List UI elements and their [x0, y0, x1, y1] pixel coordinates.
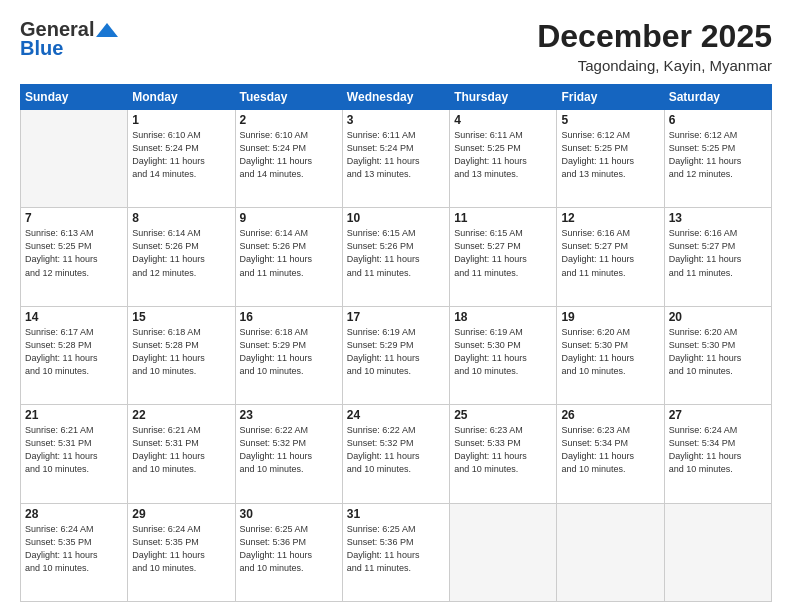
day-number: 4 — [454, 113, 552, 127]
cell-info: Sunrise: 6:25 AM Sunset: 5:36 PM Dayligh… — [347, 523, 445, 575]
day-number: 17 — [347, 310, 445, 324]
cell-info: Sunrise: 6:11 AM Sunset: 5:25 PM Dayligh… — [454, 129, 552, 181]
calendar-cell: 8Sunrise: 6:14 AM Sunset: 5:26 PM Daylig… — [128, 208, 235, 306]
calendar-week-4: 28Sunrise: 6:24 AM Sunset: 5:35 PM Dayli… — [21, 503, 772, 601]
day-number: 8 — [132, 211, 230, 225]
calendar-table: Sunday Monday Tuesday Wednesday Thursday… — [20, 84, 772, 602]
day-number: 11 — [454, 211, 552, 225]
cell-info: Sunrise: 6:24 AM Sunset: 5:35 PM Dayligh… — [132, 523, 230, 575]
calendar-cell: 14Sunrise: 6:17 AM Sunset: 5:28 PM Dayli… — [21, 306, 128, 404]
cell-info: Sunrise: 6:12 AM Sunset: 5:25 PM Dayligh… — [561, 129, 659, 181]
day-number: 20 — [669, 310, 767, 324]
cell-info: Sunrise: 6:15 AM Sunset: 5:27 PM Dayligh… — [454, 227, 552, 279]
month-year: December 2025 — [537, 18, 772, 55]
col-monday: Monday — [128, 85, 235, 110]
day-number: 12 — [561, 211, 659, 225]
calendar-cell: 15Sunrise: 6:18 AM Sunset: 5:28 PM Dayli… — [128, 306, 235, 404]
col-sunday: Sunday — [21, 85, 128, 110]
calendar-cell — [21, 110, 128, 208]
cell-info: Sunrise: 6:13 AM Sunset: 5:25 PM Dayligh… — [25, 227, 123, 279]
logo-icon — [96, 23, 118, 37]
calendar-cell: 11Sunrise: 6:15 AM Sunset: 5:27 PM Dayli… — [450, 208, 557, 306]
location: Tagondaing, Kayin, Myanmar — [537, 57, 772, 74]
day-number: 24 — [347, 408, 445, 422]
cell-info: Sunrise: 6:11 AM Sunset: 5:24 PM Dayligh… — [347, 129, 445, 181]
cell-info: Sunrise: 6:19 AM Sunset: 5:29 PM Dayligh… — [347, 326, 445, 378]
cell-info: Sunrise: 6:10 AM Sunset: 5:24 PM Dayligh… — [240, 129, 338, 181]
day-number: 31 — [347, 507, 445, 521]
calendar-week-3: 21Sunrise: 6:21 AM Sunset: 5:31 PM Dayli… — [21, 405, 772, 503]
calendar-cell: 13Sunrise: 6:16 AM Sunset: 5:27 PM Dayli… — [664, 208, 771, 306]
calendar-cell: 22Sunrise: 6:21 AM Sunset: 5:31 PM Dayli… — [128, 405, 235, 503]
cell-info: Sunrise: 6:20 AM Sunset: 5:30 PM Dayligh… — [669, 326, 767, 378]
cell-info: Sunrise: 6:23 AM Sunset: 5:33 PM Dayligh… — [454, 424, 552, 476]
col-friday: Friday — [557, 85, 664, 110]
day-number: 13 — [669, 211, 767, 225]
calendar-cell: 26Sunrise: 6:23 AM Sunset: 5:34 PM Dayli… — [557, 405, 664, 503]
cell-info: Sunrise: 6:12 AM Sunset: 5:25 PM Dayligh… — [669, 129, 767, 181]
calendar-cell: 27Sunrise: 6:24 AM Sunset: 5:34 PM Dayli… — [664, 405, 771, 503]
day-number: 26 — [561, 408, 659, 422]
day-number: 3 — [347, 113, 445, 127]
day-number: 14 — [25, 310, 123, 324]
day-number: 2 — [240, 113, 338, 127]
col-thursday: Thursday — [450, 85, 557, 110]
day-number: 21 — [25, 408, 123, 422]
calendar-cell: 10Sunrise: 6:15 AM Sunset: 5:26 PM Dayli… — [342, 208, 449, 306]
calendar-cell: 28Sunrise: 6:24 AM Sunset: 5:35 PM Dayli… — [21, 503, 128, 601]
col-saturday: Saturday — [664, 85, 771, 110]
day-number: 28 — [25, 507, 123, 521]
day-number: 15 — [132, 310, 230, 324]
cell-info: Sunrise: 6:17 AM Sunset: 5:28 PM Dayligh… — [25, 326, 123, 378]
logo: General Blue — [20, 18, 118, 60]
calendar-cell: 20Sunrise: 6:20 AM Sunset: 5:30 PM Dayli… — [664, 306, 771, 404]
cell-info: Sunrise: 6:18 AM Sunset: 5:28 PM Dayligh… — [132, 326, 230, 378]
cell-info: Sunrise: 6:16 AM Sunset: 5:27 PM Dayligh… — [669, 227, 767, 279]
calendar-cell — [664, 503, 771, 601]
day-number: 30 — [240, 507, 338, 521]
calendar-cell — [557, 503, 664, 601]
day-number: 10 — [347, 211, 445, 225]
cell-info: Sunrise: 6:21 AM Sunset: 5:31 PM Dayligh… — [25, 424, 123, 476]
calendar-cell: 17Sunrise: 6:19 AM Sunset: 5:29 PM Dayli… — [342, 306, 449, 404]
calendar-cell: 1Sunrise: 6:10 AM Sunset: 5:24 PM Daylig… — [128, 110, 235, 208]
cell-info: Sunrise: 6:22 AM Sunset: 5:32 PM Dayligh… — [347, 424, 445, 476]
cell-info: Sunrise: 6:25 AM Sunset: 5:36 PM Dayligh… — [240, 523, 338, 575]
calendar-cell: 16Sunrise: 6:18 AM Sunset: 5:29 PM Dayli… — [235, 306, 342, 404]
col-tuesday: Tuesday — [235, 85, 342, 110]
calendar-header-row: Sunday Monday Tuesday Wednesday Thursday… — [21, 85, 772, 110]
day-number: 6 — [669, 113, 767, 127]
cell-info: Sunrise: 6:21 AM Sunset: 5:31 PM Dayligh… — [132, 424, 230, 476]
cell-info: Sunrise: 6:18 AM Sunset: 5:29 PM Dayligh… — [240, 326, 338, 378]
calendar-week-1: 7Sunrise: 6:13 AM Sunset: 5:25 PM Daylig… — [21, 208, 772, 306]
header: General Blue December 2025 Tagondaing, K… — [20, 18, 772, 74]
calendar-cell: 19Sunrise: 6:20 AM Sunset: 5:30 PM Dayli… — [557, 306, 664, 404]
calendar-cell: 25Sunrise: 6:23 AM Sunset: 5:33 PM Dayli… — [450, 405, 557, 503]
calendar-cell: 12Sunrise: 6:16 AM Sunset: 5:27 PM Dayli… — [557, 208, 664, 306]
day-number: 23 — [240, 408, 338, 422]
calendar-cell: 30Sunrise: 6:25 AM Sunset: 5:36 PM Dayli… — [235, 503, 342, 601]
day-number: 18 — [454, 310, 552, 324]
cell-info: Sunrise: 6:23 AM Sunset: 5:34 PM Dayligh… — [561, 424, 659, 476]
calendar-cell: 9Sunrise: 6:14 AM Sunset: 5:26 PM Daylig… — [235, 208, 342, 306]
calendar-cell: 7Sunrise: 6:13 AM Sunset: 5:25 PM Daylig… — [21, 208, 128, 306]
calendar-cell: 5Sunrise: 6:12 AM Sunset: 5:25 PM Daylig… — [557, 110, 664, 208]
day-number: 27 — [669, 408, 767, 422]
cell-info: Sunrise: 6:24 AM Sunset: 5:34 PM Dayligh… — [669, 424, 767, 476]
cell-info: Sunrise: 6:16 AM Sunset: 5:27 PM Dayligh… — [561, 227, 659, 279]
cell-info: Sunrise: 6:19 AM Sunset: 5:30 PM Dayligh… — [454, 326, 552, 378]
day-number: 16 — [240, 310, 338, 324]
cell-info: Sunrise: 6:22 AM Sunset: 5:32 PM Dayligh… — [240, 424, 338, 476]
day-number: 29 — [132, 507, 230, 521]
calendar-cell: 4Sunrise: 6:11 AM Sunset: 5:25 PM Daylig… — [450, 110, 557, 208]
day-number: 19 — [561, 310, 659, 324]
calendar-cell — [450, 503, 557, 601]
page: General Blue December 2025 Tagondaing, K… — [0, 0, 792, 612]
calendar-cell: 3Sunrise: 6:11 AM Sunset: 5:24 PM Daylig… — [342, 110, 449, 208]
day-number: 7 — [25, 211, 123, 225]
calendar-cell: 24Sunrise: 6:22 AM Sunset: 5:32 PM Dayli… — [342, 405, 449, 503]
svg-marker-0 — [96, 23, 118, 37]
calendar-cell: 23Sunrise: 6:22 AM Sunset: 5:32 PM Dayli… — [235, 405, 342, 503]
cell-info: Sunrise: 6:14 AM Sunset: 5:26 PM Dayligh… — [132, 227, 230, 279]
calendar-cell: 2Sunrise: 6:10 AM Sunset: 5:24 PM Daylig… — [235, 110, 342, 208]
